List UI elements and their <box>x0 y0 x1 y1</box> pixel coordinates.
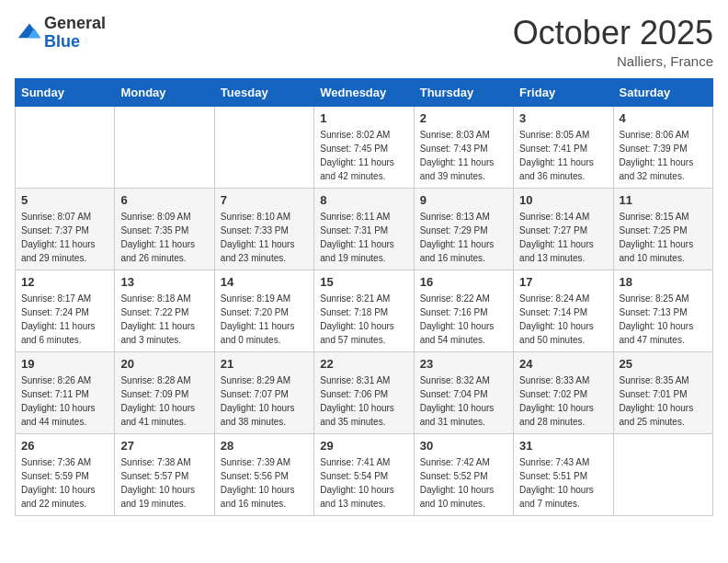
day-info: Sunrise: 8:31 AMSunset: 7:06 PMDaylight:… <box>320 373 407 429</box>
day-info: Sunrise: 8:19 AMSunset: 7:20 PMDaylight:… <box>221 292 308 347</box>
day-number: 7 <box>221 193 308 207</box>
weekday-header-tuesday: Tuesday <box>214 78 313 106</box>
day-number: 12 <box>21 275 108 289</box>
calendar-day-cell: 31Sunrise: 7:43 AMSunset: 5:51 PMDayligh… <box>514 433 613 515</box>
day-info: Sunrise: 8:35 AMSunset: 7:01 PMDaylight:… <box>620 373 707 429</box>
logo: General Blue <box>15 15 106 52</box>
day-info: Sunrise: 8:26 AMSunset: 7:11 PMDaylight:… <box>21 373 108 429</box>
day-info: Sunrise: 7:36 AMSunset: 5:59 PMDaylight:… <box>21 455 108 511</box>
day-info: Sunrise: 8:10 AMSunset: 7:33 PMDaylight:… <box>221 210 308 265</box>
day-number: 6 <box>120 193 208 207</box>
calendar-week-row: 19Sunrise: 8:26 AMSunset: 7:11 PMDayligh… <box>16 351 713 433</box>
day-info: Sunrise: 8:15 AMSunset: 7:25 PMDaylight:… <box>620 210 707 265</box>
day-number: 20 <box>120 357 208 371</box>
calendar-day-cell: 8Sunrise: 8:11 AMSunset: 7:31 PMDaylight… <box>314 188 414 270</box>
day-number: 11 <box>620 193 707 207</box>
calendar-day-cell: 27Sunrise: 7:38 AMSunset: 5:57 PMDayligh… <box>115 433 214 515</box>
day-info: Sunrise: 8:06 AMSunset: 7:39 PMDaylight:… <box>620 128 707 183</box>
day-info: Sunrise: 8:17 AMSunset: 7:24 PMDaylight:… <box>21 292 108 347</box>
day-info: Sunrise: 8:24 AMSunset: 7:14 PMDaylight:… <box>519 292 607 347</box>
logo-general-text: General <box>44 14 106 32</box>
day-info: Sunrise: 7:43 AMSunset: 5:51 PMDaylight:… <box>519 455 607 511</box>
calendar-day-cell: 21Sunrise: 8:29 AMSunset: 7:07 PMDayligh… <box>214 351 313 433</box>
day-number: 4 <box>620 111 707 125</box>
calendar-day-cell: 14Sunrise: 8:19 AMSunset: 7:20 PMDayligh… <box>214 270 313 351</box>
day-number: 9 <box>420 193 507 207</box>
calendar-day-cell <box>16 106 115 188</box>
day-info: Sunrise: 8:21 AMSunset: 7:18 PMDaylight:… <box>320 292 407 347</box>
day-number: 8 <box>320 193 407 207</box>
day-info: Sunrise: 8:03 AMSunset: 7:43 PMDaylight:… <box>420 128 507 183</box>
weekday-header-saturday: Saturday <box>613 78 712 106</box>
day-number: 21 <box>221 357 308 371</box>
day-number: 5 <box>21 193 108 207</box>
calendar-day-cell <box>613 433 712 515</box>
page-header: General Blue October 2025 Nalliers, Fran… <box>15 15 713 69</box>
day-number: 10 <box>519 193 607 207</box>
day-info: Sunrise: 8:25 AMSunset: 7:13 PMDaylight:… <box>620 292 707 347</box>
calendar-day-cell: 12Sunrise: 8:17 AMSunset: 7:24 PMDayligh… <box>16 270 115 351</box>
calendar-day-cell <box>115 106 214 188</box>
calendar-day-cell: 17Sunrise: 8:24 AMSunset: 7:14 PMDayligh… <box>514 270 613 351</box>
day-number: 25 <box>620 357 707 371</box>
calendar-day-cell: 2Sunrise: 8:03 AMSunset: 7:43 PMDaylight… <box>414 106 513 188</box>
calendar-day-cell: 29Sunrise: 7:41 AMSunset: 5:54 PMDayligh… <box>314 433 414 515</box>
weekday-header-thursday: Thursday <box>414 78 513 106</box>
weekday-header-sunday: Sunday <box>16 78 115 106</box>
calendar-day-cell: 15Sunrise: 8:21 AMSunset: 7:18 PMDayligh… <box>314 270 414 351</box>
day-number: 26 <box>21 439 108 453</box>
day-info: Sunrise: 8:22 AMSunset: 7:16 PMDaylight:… <box>420 292 507 347</box>
calendar-day-cell: 26Sunrise: 7:36 AMSunset: 5:59 PMDayligh… <box>16 433 115 515</box>
calendar-day-cell: 16Sunrise: 8:22 AMSunset: 7:16 PMDayligh… <box>414 270 513 351</box>
weekday-header-monday: Monday <box>115 78 214 106</box>
day-number: 28 <box>221 439 308 453</box>
day-info: Sunrise: 8:05 AMSunset: 7:41 PMDaylight:… <box>519 128 607 183</box>
day-number: 18 <box>620 275 707 289</box>
day-info: Sunrise: 8:07 AMSunset: 7:37 PMDaylight:… <box>21 210 108 265</box>
calendar-day-cell: 25Sunrise: 8:35 AMSunset: 7:01 PMDayligh… <box>613 351 712 433</box>
day-number: 15 <box>320 275 407 289</box>
day-info: Sunrise: 8:32 AMSunset: 7:04 PMDaylight:… <box>420 373 507 429</box>
location-subtitle: Nalliers, France <box>513 53 713 69</box>
day-number: 16 <box>420 275 507 289</box>
calendar-day-cell: 24Sunrise: 8:33 AMSunset: 7:02 PMDayligh… <box>514 351 613 433</box>
calendar-day-cell: 19Sunrise: 8:26 AMSunset: 7:11 PMDayligh… <box>16 351 115 433</box>
day-info: Sunrise: 8:02 AMSunset: 7:45 PMDaylight:… <box>320 128 407 183</box>
calendar-day-cell: 11Sunrise: 8:15 AMSunset: 7:25 PMDayligh… <box>613 188 712 270</box>
calendar-day-cell: 5Sunrise: 8:07 AMSunset: 7:37 PMDaylight… <box>16 188 115 270</box>
weekday-header-friday: Friday <box>514 78 613 106</box>
day-info: Sunrise: 8:11 AMSunset: 7:31 PMDaylight:… <box>320 210 407 265</box>
day-number: 27 <box>120 439 208 453</box>
day-info: Sunrise: 8:13 AMSunset: 7:29 PMDaylight:… <box>420 210 507 265</box>
calendar-day-cell: 22Sunrise: 8:31 AMSunset: 7:06 PMDayligh… <box>314 351 414 433</box>
day-info: Sunrise: 7:39 AMSunset: 5:56 PMDaylight:… <box>221 455 308 511</box>
day-number: 31 <box>519 439 607 453</box>
day-info: Sunrise: 8:09 AMSunset: 7:35 PMDaylight:… <box>120 210 208 265</box>
day-info: Sunrise: 8:33 AMSunset: 7:02 PMDaylight:… <box>519 373 607 429</box>
calendar-day-cell: 20Sunrise: 8:28 AMSunset: 7:09 PMDayligh… <box>115 351 214 433</box>
calendar-day-cell: 10Sunrise: 8:14 AMSunset: 7:27 PMDayligh… <box>514 188 613 270</box>
calendar-week-row: 1Sunrise: 8:02 AMSunset: 7:45 PMDaylight… <box>16 106 713 188</box>
day-number: 22 <box>320 357 407 371</box>
calendar-day-cell: 4Sunrise: 8:06 AMSunset: 7:39 PMDaylight… <box>613 106 712 188</box>
weekday-header-wednesday: Wednesday <box>314 78 414 106</box>
calendar-week-row: 12Sunrise: 8:17 AMSunset: 7:24 PMDayligh… <box>16 270 713 351</box>
calendar-day-cell: 28Sunrise: 7:39 AMSunset: 5:56 PMDayligh… <box>214 433 313 515</box>
day-number: 24 <box>519 357 607 371</box>
logo-icon <box>17 20 42 46</box>
day-number: 19 <box>21 357 108 371</box>
calendar-day-cell: 3Sunrise: 8:05 AMSunset: 7:41 PMDaylight… <box>514 106 613 188</box>
logo-blue-text: Blue <box>44 32 80 51</box>
calendar-day-cell: 7Sunrise: 8:10 AMSunset: 7:33 PMDaylight… <box>214 188 313 270</box>
calendar-day-cell: 23Sunrise: 8:32 AMSunset: 7:04 PMDayligh… <box>414 351 513 433</box>
day-info: Sunrise: 8:14 AMSunset: 7:27 PMDaylight:… <box>519 210 607 265</box>
day-info: Sunrise: 8:29 AMSunset: 7:07 PMDaylight:… <box>221 373 308 429</box>
calendar-day-cell: 9Sunrise: 8:13 AMSunset: 7:29 PMDaylight… <box>414 188 513 270</box>
calendar-day-cell: 30Sunrise: 7:42 AMSunset: 5:52 PMDayligh… <box>414 433 513 515</box>
calendar-day-cell: 13Sunrise: 8:18 AMSunset: 7:22 PMDayligh… <box>115 270 214 351</box>
day-info: Sunrise: 8:28 AMSunset: 7:09 PMDaylight:… <box>120 373 208 429</box>
calendar-day-cell: 6Sunrise: 8:09 AMSunset: 7:35 PMDaylight… <box>115 188 214 270</box>
title-block: October 2025 Nalliers, France <box>513 15 713 69</box>
day-number: 2 <box>420 111 507 125</box>
calendar-day-cell <box>214 106 313 188</box>
